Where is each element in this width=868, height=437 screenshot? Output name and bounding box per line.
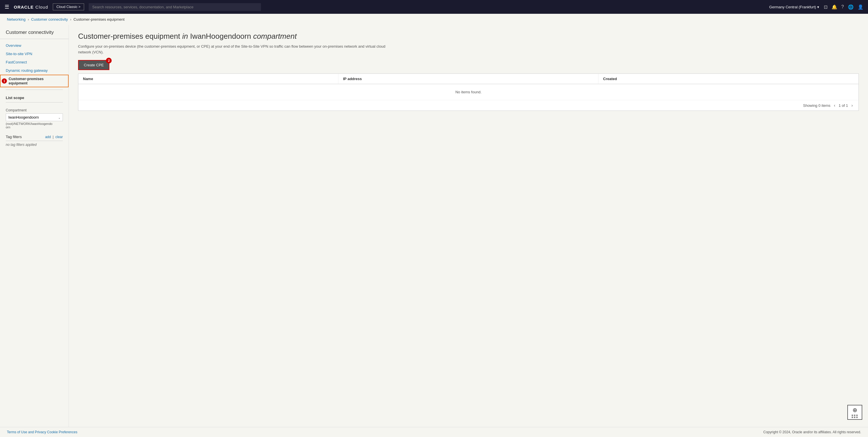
tag-filters-section: Tag filters add | clear no tag filters a… xyxy=(0,135,69,147)
cloud-text: Cloud xyxy=(35,5,48,9)
table-header: Name IP address Created xyxy=(79,74,859,84)
sidebar-list-scope: List scope xyxy=(0,96,69,100)
help-icon[interactable]: ? xyxy=(841,4,844,9)
breadcrumb-networking[interactable]: Networking xyxy=(7,17,26,22)
page-title-in: in xyxy=(182,32,188,40)
search-input[interactable] xyxy=(89,3,261,11)
sidebar-item-site-to-site-vpn[interactable]: Site-to-site VPN xyxy=(0,50,69,58)
footer-copyright: Copyright © 2024, Oracle and/or its affi… xyxy=(763,430,861,434)
dot-5 xyxy=(854,416,856,418)
main-content: Customer-premises equipment in IwanHooge… xyxy=(69,25,868,427)
globe-icon[interactable]: 🌐 xyxy=(848,4,854,10)
footer-left: Terms of Use and Privacy Cookie Preferen… xyxy=(7,430,77,434)
cloud-classic-button[interactable]: Cloud Classic > xyxy=(53,3,84,10)
region-chevron-icon: ▾ xyxy=(817,5,819,9)
page-title-compartment: IwanHoogendoorn xyxy=(188,32,253,40)
compartment-select[interactable]: IwanHoogendoorn xyxy=(6,114,63,121)
help-widget-dots xyxy=(851,415,858,418)
breadcrumb-sep-2: › xyxy=(70,17,72,22)
search-container xyxy=(89,3,261,11)
page-title-compartment-label: compartment xyxy=(253,32,297,40)
pagination-prev-button[interactable]: ‹ xyxy=(833,102,836,108)
dot-6 xyxy=(856,416,858,418)
compartment-label: Compartment xyxy=(6,108,63,112)
create-badge: 2 xyxy=(106,58,112,63)
table-col-created: Created xyxy=(598,74,859,84)
header: ☰ ORACLE Cloud Cloud Classic > Germany C… xyxy=(0,0,868,14)
dot-1 xyxy=(851,415,853,416)
table-col-ip: IP address xyxy=(338,74,598,84)
hamburger-icon[interactable]: ☰ xyxy=(5,4,9,10)
page-title: Customer-premises equipment in IwanHooge… xyxy=(78,32,859,41)
footer: Terms of Use and Privacy Cookie Preferen… xyxy=(0,427,868,437)
table-container: Name IP address Created No items found. … xyxy=(78,73,859,111)
breadcrumb-sep-1: › xyxy=(28,17,30,22)
bell-icon[interactable]: 🔔 xyxy=(832,4,837,10)
footer-cookie-link[interactable]: Cookie Preferences xyxy=(47,430,77,434)
user-icon[interactable]: 👤 xyxy=(858,4,863,10)
header-icons: ⊡ 🔔 ? 🌐 👤 xyxy=(824,4,863,10)
help-widget-life-ring-icon: ⊕ xyxy=(852,407,857,413)
toolbar: Create CPE 2 xyxy=(78,60,859,73)
sidebar-item-cpe-wrapper: 1 Customer-premises equipment xyxy=(0,75,69,87)
list-scope-title: List scope xyxy=(6,96,63,100)
tag-filters-header: Tag filters add | clear xyxy=(6,135,63,141)
sidebar-item-customer-premises-equipment[interactable]: Customer-premises equipment xyxy=(0,75,69,87)
table-showing: Showing 0 items xyxy=(803,103,830,108)
breadcrumb: Networking › Customer connectivity › Cus… xyxy=(0,14,868,25)
create-btn-border: Create CPE 2 xyxy=(78,60,110,70)
header-right: Germany Central (Frankfurt) ▾ ⊡ 🔔 ? 🌐 👤 xyxy=(769,4,863,10)
create-btn-wrapper: Create CPE 2 xyxy=(79,61,109,69)
dot-3 xyxy=(856,415,858,416)
tag-filters-links: add | clear xyxy=(45,135,63,139)
breadcrumb-current: Customer-premises equipment xyxy=(73,17,125,22)
sidebar-divider-2 xyxy=(6,102,63,102)
table-empty-message: No items found. xyxy=(79,84,859,100)
breadcrumb-customer-connectivity[interactable]: Customer connectivity xyxy=(31,17,68,22)
pagination-pages: 1 of 1 xyxy=(839,103,848,108)
region-label: Germany Central (Frankfurt) xyxy=(769,5,816,9)
layout: Customer connectivity Overview Site-to-s… xyxy=(0,25,868,427)
help-widget[interactable]: ⊕ xyxy=(847,405,862,420)
table-col-name: Name xyxy=(79,74,338,84)
dot-4 xyxy=(851,416,853,418)
tag-filters-title: Tag filters xyxy=(6,135,22,139)
no-tag-filters-text: no tag filters applied xyxy=(6,143,63,147)
sidebar-title: Customer connectivity xyxy=(0,30,69,39)
sidebar-compartment: Compartment IwanHoogendoorn (root)/NETWO… xyxy=(0,108,69,129)
region-selector[interactable]: Germany Central (Frankfurt) ▾ xyxy=(769,5,819,9)
oracle-text: ORACLE xyxy=(14,5,34,9)
page-title-prefix: Customer-premises equipment xyxy=(78,32,182,40)
create-cpe-button[interactable]: Create CPE xyxy=(79,61,109,69)
sidebar-item-overview[interactable]: Overview xyxy=(0,41,69,50)
tag-clear-link[interactable]: clear xyxy=(55,135,63,139)
dot-2 xyxy=(854,415,856,416)
sidebar-item-fastconnect[interactable]: FastConnect xyxy=(0,58,69,66)
tag-sep: | xyxy=(53,135,55,139)
console-icon[interactable]: ⊡ xyxy=(824,4,828,10)
tag-add-link[interactable]: add xyxy=(45,135,51,139)
pagination-next-button[interactable]: › xyxy=(850,102,854,108)
sidebar-nav: Overview Site-to-site VPN FastConnect Dy… xyxy=(0,41,69,87)
table-footer: Showing 0 items ‹ 1 of 1 › xyxy=(79,100,859,111)
sidebar-badge: 1 xyxy=(2,79,7,84)
sidebar-item-dynamic-routing-gateway[interactable]: Dynamic routing gateway xyxy=(0,66,69,75)
sidebar-divider-1 xyxy=(6,90,63,90)
oracle-logo: ORACLE Cloud xyxy=(14,5,48,9)
sidebar: Customer connectivity Overview Site-to-s… xyxy=(0,25,69,427)
page-description: Configure your on-premises device (the c… xyxy=(78,44,394,55)
compartment-select-wrapper: IwanHoogendoorn xyxy=(6,114,63,121)
compartment-path: (root)/NETWORK/IwanHoogendo orn xyxy=(6,122,63,129)
footer-terms-link[interactable]: Terms of Use and Privacy xyxy=(7,430,46,434)
